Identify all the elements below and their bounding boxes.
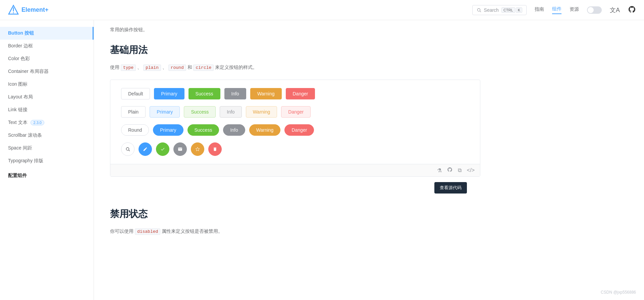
check-icon xyxy=(160,147,165,152)
btn-round-success[interactable]: Success xyxy=(187,124,219,136)
theme-toggle[interactable] xyxy=(587,6,602,14)
btn-circle-edit[interactable] xyxy=(139,142,152,156)
page-layout: Button 按钮 Border 边框 Color 色彩 Container 布… xyxy=(0,20,644,256)
svg-line-6 xyxy=(129,150,130,151)
demo-box-basic: Default Primary Success Info Warning Dan… xyxy=(110,80,480,177)
search-shortcut: CTRL K xyxy=(501,7,522,13)
svg-line-4 xyxy=(480,11,481,12)
sidebar-section-config: 配置组件 xyxy=(0,167,94,181)
btn-round-primary[interactable]: Primary xyxy=(153,124,183,136)
mail-icon xyxy=(178,147,182,152)
btn-circle-check[interactable] xyxy=(156,142,169,156)
btn-circle-search[interactable] xyxy=(121,142,135,156)
main-nav: 指南 组件 资源 xyxy=(535,6,579,14)
edit-icon xyxy=(143,147,148,152)
sidebar-item-color[interactable]: Color 色彩 xyxy=(0,52,94,65)
sidebar-item-button[interactable]: Button 按钮 xyxy=(0,27,94,40)
demo-toolbar: ⚗ ⧉ </> xyxy=(110,164,480,176)
button-row-solid: Default Primary Success Info Warning Dan… xyxy=(121,88,469,99)
btn-plain-danger[interactable]: Danger xyxy=(281,106,311,118)
copy-icon[interactable]: ⧉ xyxy=(458,167,462,173)
svg-point-3 xyxy=(477,8,480,11)
sidebar-item-container[interactable]: Container 布局容器 xyxy=(0,65,94,78)
btn-round-info[interactable]: Info xyxy=(223,124,245,136)
button-row-round: Round Primary Success Info Warning Dange… xyxy=(121,124,469,136)
btn-primary[interactable]: Primary xyxy=(154,88,184,99)
logo[interactable]: Element+ xyxy=(8,5,49,15)
button-row-plain: Plain Primary Success Info Warning Dange… xyxy=(121,106,469,118)
code-icon[interactable]: </> xyxy=(467,167,475,173)
view-source-button[interactable]: 查看源代码 xyxy=(434,182,467,194)
nav-resources[interactable]: 资源 xyxy=(570,6,579,14)
sidebar-item-link[interactable]: Link 链接 xyxy=(0,103,94,116)
search-text: Search xyxy=(484,7,499,13)
logo-icon xyxy=(8,5,19,15)
github-link[interactable] xyxy=(628,5,636,14)
btn-info[interactable]: Info xyxy=(224,88,246,99)
code-circle: circle xyxy=(193,65,214,71)
btn-plain-success[interactable]: Success xyxy=(184,106,216,118)
btn-circle-delete[interactable] xyxy=(208,142,222,156)
code-disabled: disabled xyxy=(135,228,160,235)
lang-button[interactable]: 文A xyxy=(610,6,620,14)
sidebar-item-layout[interactable]: Layout 布局 xyxy=(0,91,94,103)
btn-circle-star[interactable] xyxy=(191,142,204,156)
delete-icon xyxy=(213,147,217,152)
search-icon xyxy=(477,8,481,12)
sidebar-item-typography[interactable]: Typography 排版 xyxy=(0,155,94,167)
code-type: type xyxy=(121,65,136,71)
logo-text: Element+ xyxy=(21,6,49,13)
header: Element+ Search CTRL K 指南 组件 资源 文A xyxy=(0,0,644,20)
sidebar: Button 按钮 Border 边框 Color 色彩 Container 布… xyxy=(0,20,94,256)
star-icon xyxy=(195,147,200,152)
text-badge: 2.3.0 xyxy=(31,120,44,125)
search-bar[interactable]: Search CTRL K xyxy=(472,5,527,15)
sidebar-item-icon[interactable]: Icon 图标 xyxy=(0,78,94,91)
btn-plain-primary[interactable]: Primary xyxy=(150,106,180,118)
header-nav: Search CTRL K 指南 组件 资源 文A xyxy=(472,5,636,15)
source-btn-container: 查看源代码 xyxy=(110,182,480,196)
sidebar-item-scrollbar[interactable]: Scrollbar 滚动条 xyxy=(0,129,94,142)
github-small-icon xyxy=(447,167,452,172)
kbd-ctrl: CTRL xyxy=(501,7,515,13)
nav-guides[interactable]: 指南 xyxy=(535,6,544,14)
search-icon xyxy=(125,147,130,152)
basic-usage-title: 基础用法 xyxy=(110,44,480,56)
kbd-k: K xyxy=(516,7,522,13)
btn-round-warning[interactable]: Warning xyxy=(249,124,281,136)
flask-icon[interactable]: ⚗ xyxy=(437,167,442,174)
page-intro: 常用的操作按钮。 xyxy=(110,27,480,33)
basic-usage-desc: 使用 type 、 plain 、 round 和 circle 来定义按钮的样… xyxy=(110,63,480,72)
demo-content: Default Primary Success Info Warning Dan… xyxy=(110,80,480,164)
code-plain: plain xyxy=(143,65,161,71)
code-round: round xyxy=(168,65,186,71)
btn-success[interactable]: Success xyxy=(189,88,220,99)
btn-plain-info[interactable]: Info xyxy=(220,106,241,118)
nav-components[interactable]: 组件 xyxy=(552,6,561,14)
button-row-circle xyxy=(121,142,469,156)
disabled-desc: 你可以使用 disabled 属性来定义按钮是否被禁用。 xyxy=(110,227,480,235)
main-content: 常用的操作按钮。 基础用法 使用 type 、 plain 、 round 和 … xyxy=(94,20,496,256)
github-icon xyxy=(628,5,636,13)
sidebar-item-text[interactable]: Text 文本 2.3.0 xyxy=(0,116,94,129)
svg-point-2 xyxy=(13,12,14,13)
btn-plain-warning[interactable]: Warning xyxy=(246,106,277,118)
github-toolbar-icon[interactable] xyxy=(447,167,452,174)
svg-point-5 xyxy=(126,148,129,151)
btn-circle-mail[interactable] xyxy=(173,142,187,156)
btn-round-danger[interactable]: Danger xyxy=(284,124,314,136)
disabled-title: 禁用状态 xyxy=(110,208,480,220)
btn-round-default[interactable]: Round xyxy=(121,124,149,136)
btn-warning[interactable]: Warning xyxy=(250,88,282,99)
btn-danger[interactable]: Danger xyxy=(286,88,315,99)
sidebar-item-border[interactable]: Border 边框 xyxy=(0,40,94,52)
sidebar-item-space[interactable]: Space 间距 xyxy=(0,142,94,155)
btn-plain-default[interactable]: Plain xyxy=(121,106,146,118)
btn-default[interactable]: Default xyxy=(121,88,150,99)
